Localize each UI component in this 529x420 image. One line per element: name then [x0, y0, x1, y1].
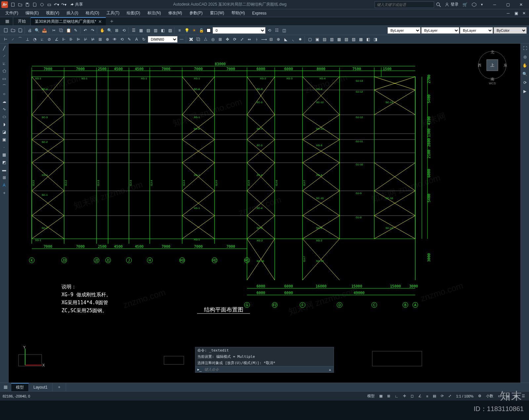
dim-radius-icon[interactable]: ◔ [31, 36, 38, 43]
status-scale-readout[interactable]: 1:1 / 100% [455, 394, 475, 399]
tb-dcenter-icon[interactable]: ▦ [138, 27, 144, 34]
plot-icon[interactable] [46, 2, 52, 8]
status-monitor-icon[interactable]: 🖥 [505, 394, 511, 399]
mod-offset-icon[interactable]: ◎ [210, 36, 216, 43]
tb-markup-icon[interactable]: ◧ [159, 27, 166, 34]
tab-home-icon[interactable] [1, 17, 13, 25]
et-01-icon[interactable]: ▢ [306, 36, 313, 43]
tb-open-icon[interactable] [10, 27, 16, 34]
mod-explode-icon[interactable]: ✸ [297, 36, 304, 43]
layer-state-icon[interactable]: ☷ [273, 27, 280, 34]
search-icon[interactable] [435, 2, 441, 8]
dim-cont-icon[interactable]: ⊫ [75, 36, 82, 43]
layer-lock-icon[interactable]: 🔓 [198, 27, 205, 34]
dim-jog-icon[interactable]: ⟀ [39, 36, 45, 43]
et-06-icon[interactable]: ▧ [343, 36, 349, 43]
dim-base-icon[interactable]: ⊪ [68, 36, 74, 43]
saveas-icon[interactable] [32, 2, 38, 8]
color-select[interactable]: ByLayer [387, 27, 421, 34]
nav-full-icon[interactable]: ⛶ [522, 45, 528, 52]
et-05-icon[interactable]: ▦ [336, 36, 342, 43]
nav-pan-icon[interactable]: ✋ [522, 62, 528, 69]
draw-mtext-icon[interactable]: A [1, 182, 8, 189]
et-09-icon[interactable]: ◧ [365, 36, 371, 43]
menu-view[interactable]: 视图(V) [43, 10, 62, 17]
lineweight-select[interactable]: ByLayer [460, 27, 493, 34]
et-07-icon[interactable]: ▨ [350, 36, 357, 43]
web-icon[interactable] [39, 2, 45, 8]
maximize-button[interactable]: ▢ [501, 1, 514, 9]
draw-rect-icon[interactable]: ▭ [1, 75, 8, 82]
menu-parametric[interactable]: 参数(P) [186, 10, 206, 17]
layer-iso-icon[interactable]: ◫ [281, 27, 287, 34]
status-clean-icon[interactable]: ⊡ [513, 393, 518, 399]
menu-format[interactable]: 格式(O) [82, 10, 102, 17]
menu-tools[interactable]: 工具(T) [103, 10, 123, 17]
dim-tedit-icon[interactable]: A [133, 36, 140, 43]
tab-layout1[interactable]: Layout1 [29, 383, 53, 391]
dim-break-icon[interactable]: ⊭ [90, 36, 96, 43]
draw-arc-icon[interactable]: ⌒ [1, 83, 8, 90]
app-badge-icon[interactable] [471, 2, 477, 8]
menu-window[interactable]: 窗口(W) [207, 10, 227, 17]
mod-erase-icon[interactable]: 🞮 [188, 36, 194, 43]
new-icon[interactable] [10, 2, 16, 8]
dim-inspect-icon[interactable]: 👁 [111, 36, 118, 43]
draw-pline-icon[interactable]: ⟀ [1, 60, 8, 67]
menu-file[interactable]: 文件(F) [2, 10, 21, 17]
draw-earc-icon[interactable]: ◗ [1, 121, 8, 128]
undo-icon[interactable]: ↶▾ [54, 2, 60, 8]
tb-publish-icon[interactable]: 📤 [41, 27, 48, 34]
mod-trim-icon[interactable]: ⟊ [253, 36, 260, 43]
status-ws-icon[interactable]: ▭ [497, 393, 503, 399]
tb-props-icon[interactable]: ☰ [130, 27, 137, 34]
status-custom-icon[interactable]: ☰ [520, 393, 526, 399]
layer-color-icon[interactable] [205, 27, 212, 34]
draw-point-icon[interactable]: · [1, 144, 8, 150]
layer-sun-icon[interactable]: ☀ [191, 27, 197, 34]
dimstyle-select[interactable]: DIMN80 [148, 36, 178, 43]
tb-tpalette-icon[interactable]: ▤ [145, 27, 151, 34]
mod-extend-icon[interactable]: ⟶ [261, 36, 267, 43]
status-decimal[interactable]: 小数 [485, 393, 495, 399]
draw-ellipse-icon[interactable]: ⬭ [1, 113, 8, 120]
nav-zoom-icon[interactable]: 🔍 [522, 71, 528, 77]
menu-edit[interactable]: 编辑(E) [22, 10, 42, 17]
dropdown-icon[interactable]: ▼ [480, 3, 483, 6]
minimize-button[interactable]: ─ [488, 1, 501, 9]
tab-add-layout[interactable]: ＋ [53, 383, 66, 391]
tb-paste-icon[interactable]: 📋 [65, 27, 72, 34]
tab-start[interactable]: 开始 [13, 17, 31, 25]
dim-dia-icon[interactable]: ⊘ [46, 36, 53, 43]
login-button[interactable]: 登录 [445, 2, 459, 7]
help-search-input[interactable] [375, 1, 434, 8]
dim-center-icon[interactable]: ⊕ [104, 36, 111, 43]
document-tab[interactable]: 某30米跨局部二层钢结构厂房图纸* ✕ [31, 17, 106, 25]
cmd-expand-icon[interactable]: ▴ [326, 366, 334, 372]
tb-preview-icon[interactable]: 🔍 [34, 27, 40, 34]
redo-icon[interactable]: ↷▾ [61, 2, 67, 8]
et-10-icon[interactable]: ◨ [372, 36, 379, 43]
draw-revcloud-icon[interactable]: ☁ [1, 98, 8, 105]
status-otrack-icon[interactable]: ∠ [417, 393, 423, 399]
plotstyle-select[interactable]: ByColor [494, 27, 527, 34]
tb-match-icon[interactable]: ✎ [72, 27, 79, 34]
dim-update-icon[interactable]: ↻ [141, 36, 147, 43]
mod-chamfer-icon[interactable]: ◣ [282, 36, 289, 43]
doc-close-icon[interactable]: ✕ [521, 10, 527, 16]
status-cycle-icon[interactable]: ⟳ [439, 393, 445, 399]
menu-draw[interactable]: 绘图(D) [123, 10, 143, 17]
tb-zoomwin-icon[interactable]: ⊞ [113, 27, 120, 34]
command-input[interactable] [204, 367, 326, 372]
layer-prev-icon[interactable]: ⟲ [266, 27, 273, 34]
dim-tol-icon[interactable]: ⊞ [97, 36, 103, 43]
status-polar-icon[interactable]: ✛ [402, 393, 407, 399]
draw-addsel-icon[interactable]: ＋ [1, 189, 8, 196]
status-gear-icon[interactable]: ⚙ [477, 393, 483, 399]
status-model-button[interactable]: 模型 [366, 393, 376, 399]
et-04-icon[interactable]: ▥ [328, 36, 335, 43]
dim-ang-icon[interactable]: ∠ [53, 36, 60, 43]
menu-modify[interactable]: 修改(M) [165, 10, 185, 17]
draw-line-icon[interactable]: ╱ [1, 45, 8, 52]
tab-model[interactable]: 模型 [11, 383, 29, 391]
